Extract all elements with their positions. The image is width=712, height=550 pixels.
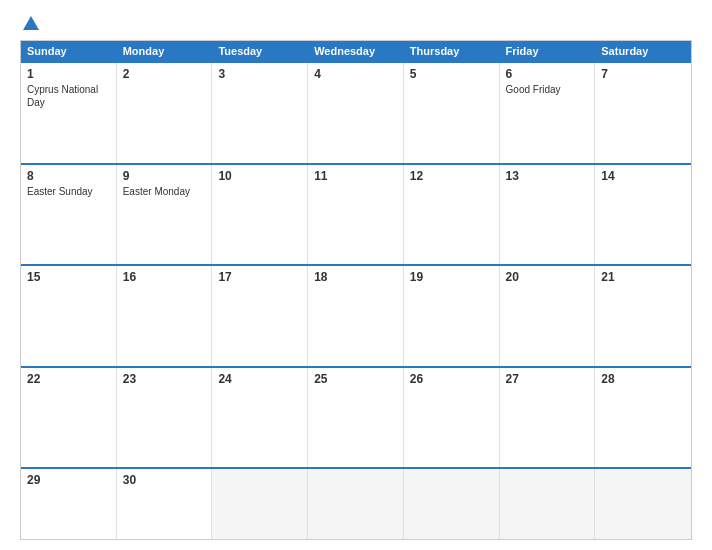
day-number: 3 — [218, 67, 301, 81]
page: Sunday Monday Tuesday Wednesday Thursday… — [0, 0, 712, 550]
day-number: 10 — [218, 169, 301, 183]
calendar-cell: 23 — [117, 368, 213, 468]
calendar-cell — [500, 469, 596, 539]
calendar-cell: 1Cyprus NationalDay — [21, 63, 117, 163]
calendar-cell: 27 — [500, 368, 596, 468]
calendar-cell: 3 — [212, 63, 308, 163]
calendar-cell: 29 — [21, 469, 117, 539]
calendar-cell: 17 — [212, 266, 308, 366]
calendar-cell: 22 — [21, 368, 117, 468]
day-number: 2 — [123, 67, 206, 81]
col-saturday: Saturday — [595, 41, 691, 61]
calendar-cell: 12 — [404, 165, 500, 265]
logo-triangle-icon — [23, 16, 39, 30]
day-number: 17 — [218, 270, 301, 284]
col-wednesday: Wednesday — [308, 41, 404, 61]
calendar: Sunday Monday Tuesday Wednesday Thursday… — [20, 40, 692, 540]
header — [20, 16, 692, 30]
day-number: 29 — [27, 473, 110, 487]
day-number: 26 — [410, 372, 493, 386]
calendar-cell: 8Easter Sunday — [21, 165, 117, 265]
calendar-cell: 2 — [117, 63, 213, 163]
calendar-cell: 26 — [404, 368, 500, 468]
day-event: Easter Monday — [123, 185, 206, 198]
day-number: 19 — [410, 270, 493, 284]
day-number: 20 — [506, 270, 589, 284]
day-number: 15 — [27, 270, 110, 284]
day-event: Good Friday — [506, 83, 589, 96]
day-number: 13 — [506, 169, 589, 183]
day-number: 14 — [601, 169, 685, 183]
day-number: 7 — [601, 67, 685, 81]
day-number: 27 — [506, 372, 589, 386]
calendar-cell — [404, 469, 500, 539]
col-thursday: Thursday — [404, 41, 500, 61]
day-number: 12 — [410, 169, 493, 183]
col-tuesday: Tuesday — [212, 41, 308, 61]
calendar-cell: 11 — [308, 165, 404, 265]
day-number: 18 — [314, 270, 397, 284]
day-number: 1 — [27, 67, 110, 81]
day-number: 22 — [27, 372, 110, 386]
day-number: 4 — [314, 67, 397, 81]
calendar-week-3: 15161718192021 — [21, 264, 691, 366]
day-event: Easter Sunday — [27, 185, 110, 198]
day-number: 28 — [601, 372, 685, 386]
calendar-week-5: 2930 — [21, 467, 691, 539]
day-number: 23 — [123, 372, 206, 386]
col-sunday: Sunday — [21, 41, 117, 61]
day-number: 9 — [123, 169, 206, 183]
calendar-week-2: 8Easter Sunday9Easter Monday1011121314 — [21, 163, 691, 265]
calendar-cell: 19 — [404, 266, 500, 366]
calendar-cell: 25 — [308, 368, 404, 468]
day-number: 25 — [314, 372, 397, 386]
calendar-cell: 5 — [404, 63, 500, 163]
calendar-cell — [212, 469, 308, 539]
day-number: 11 — [314, 169, 397, 183]
calendar-cell: 4 — [308, 63, 404, 163]
calendar-body: 1Cyprus NationalDay23456Good Friday78Eas… — [21, 61, 691, 539]
calendar-cell: 6Good Friday — [500, 63, 596, 163]
calendar-cell: 20 — [500, 266, 596, 366]
calendar-cell — [595, 469, 691, 539]
day-event: Cyprus National — [27, 83, 110, 96]
col-monday: Monday — [117, 41, 213, 61]
calendar-cell — [308, 469, 404, 539]
col-friday: Friday — [500, 41, 596, 61]
day-event: Day — [27, 96, 110, 109]
day-number: 24 — [218, 372, 301, 386]
day-number: 21 — [601, 270, 685, 284]
calendar-week-4: 22232425262728 — [21, 366, 691, 468]
calendar-cell: 15 — [21, 266, 117, 366]
calendar-cell: 24 — [212, 368, 308, 468]
logo — [20, 16, 39, 30]
calendar-cell: 28 — [595, 368, 691, 468]
day-number: 8 — [27, 169, 110, 183]
day-number: 30 — [123, 473, 206, 487]
day-number: 5 — [410, 67, 493, 81]
calendar-week-1: 1Cyprus NationalDay23456Good Friday7 — [21, 61, 691, 163]
calendar-cell: 16 — [117, 266, 213, 366]
calendar-cell: 9Easter Monday — [117, 165, 213, 265]
calendar-cell: 10 — [212, 165, 308, 265]
logo-blue-text — [20, 16, 39, 30]
calendar-header: Sunday Monday Tuesday Wednesday Thursday… — [21, 41, 691, 61]
calendar-cell: 13 — [500, 165, 596, 265]
calendar-cell: 18 — [308, 266, 404, 366]
day-number: 16 — [123, 270, 206, 284]
calendar-cell: 14 — [595, 165, 691, 265]
calendar-cell: 21 — [595, 266, 691, 366]
calendar-cell: 7 — [595, 63, 691, 163]
calendar-cell: 30 — [117, 469, 213, 539]
day-number: 6 — [506, 67, 589, 81]
